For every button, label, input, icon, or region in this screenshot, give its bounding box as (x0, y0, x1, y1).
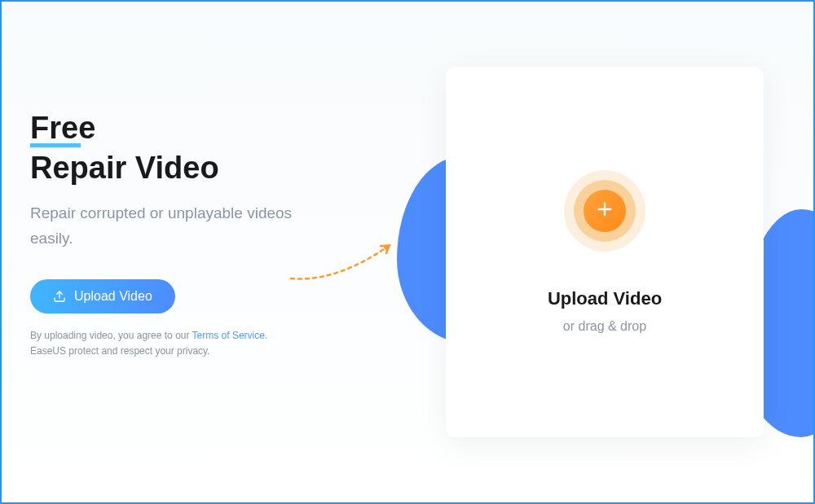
svg-marker-1 (382, 244, 391, 252)
plus-circle-wrapper (564, 170, 645, 252)
agreement-suffix: . (265, 330, 267, 341)
upload-button-label: Upload Video (74, 289, 152, 304)
agreement-prefix: By uploading video, you agree to our (30, 330, 192, 341)
upload-card-title: Upload Video (548, 288, 662, 309)
hero-subtitle: Repair corrupted or unplayable videos ea… (30, 201, 311, 251)
privacy-text: EaseUS protect and respect your privacy. (30, 345, 210, 357)
agreement-text: By uploading video, you agree to our Ter… (30, 328, 311, 359)
upload-card-subtitle: or drag & drop (563, 319, 646, 334)
hero-section: Free Repair Video Repair corrupted or un… (2, 2, 311, 502)
title-repair: Repair Video (30, 150, 311, 187)
title-free: Free (30, 112, 95, 146)
plus-icon (596, 200, 614, 221)
upload-dropzone-card[interactable]: Upload Video or drag & drop (446, 67, 764, 437)
terms-of-service-link[interactable]: Terms of Service (192, 330, 265, 341)
arrow-icon (287, 238, 409, 290)
upload-icon (53, 290, 66, 303)
upload-video-button[interactable]: Upload Video (30, 279, 175, 313)
add-button[interactable] (584, 190, 626, 232)
